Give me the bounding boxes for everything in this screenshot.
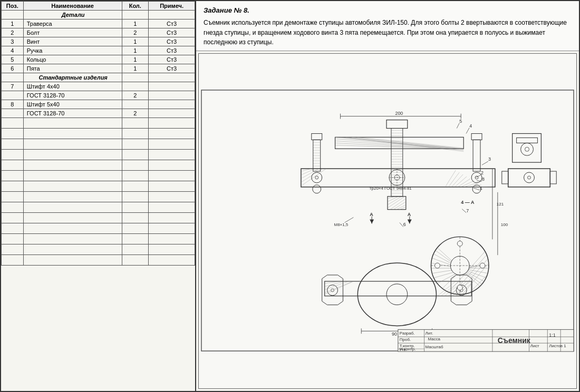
table-empty-prim bbox=[149, 234, 195, 244]
table-empty-kol bbox=[122, 139, 149, 150]
svg-point-165 bbox=[457, 285, 462, 290]
table-cell-prim bbox=[149, 91, 195, 100]
table-empty-kol bbox=[122, 181, 149, 192]
table-empty-pos bbox=[2, 118, 24, 129]
table-empty-name bbox=[23, 234, 122, 244]
svg-text:1:1: 1:1 bbox=[549, 332, 555, 338]
header-pos: Поз. bbox=[2, 2, 24, 11]
svg-text:Съемник: Съемник bbox=[498, 336, 530, 345]
header-kol: Кол. bbox=[122, 2, 149, 11]
technical-drawing: 200 121 100 bbox=[199, 54, 576, 388]
table-empty-kol bbox=[122, 255, 149, 266]
task-text-area: Задание № 8. Съемник используется при де… bbox=[196, 1, 579, 51]
table-empty-pos bbox=[2, 255, 24, 266]
table-empty-pos bbox=[2, 192, 24, 202]
svg-text:A: A bbox=[408, 212, 411, 217]
page: Поз. Наименование Кол. Примеч. Детали 1 … bbox=[0, 0, 580, 392]
table-cell-pos: 4 bbox=[2, 46, 24, 55]
table-cell-pos bbox=[2, 91, 24, 100]
table-cell-pos: 2 bbox=[2, 28, 24, 37]
svg-text:М8×1,5: М8×1,5 bbox=[334, 222, 349, 227]
table-cell-name: Ручка bbox=[23, 46, 122, 55]
table-cell-kol: 1 bbox=[122, 37, 149, 46]
table-empty-prim bbox=[149, 202, 195, 213]
table-empty-pos bbox=[2, 150, 24, 160]
table-empty-name bbox=[23, 118, 122, 129]
table-empty-name bbox=[23, 202, 122, 213]
table-empty-kol bbox=[122, 202, 149, 213]
table-cell-pos: 3 bbox=[2, 37, 24, 46]
svg-text:Масса: Масса bbox=[428, 337, 441, 341]
table-empty-prim bbox=[149, 171, 195, 181]
table-empty-name bbox=[23, 213, 122, 223]
table-cell-prim: Ст3 bbox=[149, 28, 195, 37]
right-panel: Задание № 8. Съемник используется при де… bbox=[196, 1, 579, 391]
table-cell-name: Штифт 5х40 bbox=[23, 100, 122, 109]
svg-text:8: 8 bbox=[482, 177, 485, 182]
header-prim: Примеч. bbox=[149, 2, 195, 11]
table-cell-kol bbox=[122, 11, 149, 19]
table-empty-kol bbox=[122, 213, 149, 223]
svg-text:7: 7 bbox=[466, 208, 469, 213]
table-cell-pos bbox=[2, 73, 24, 82]
table-cell-pos: 7 bbox=[2, 82, 24, 91]
svg-text:200: 200 bbox=[395, 111, 403, 116]
table-cell-prim: Ст3 bbox=[149, 55, 195, 64]
table-empty-name bbox=[23, 223, 122, 234]
table-cell-name: Пята bbox=[23, 64, 122, 73]
table-empty-name bbox=[23, 255, 122, 266]
svg-text:Лист: Лист bbox=[530, 344, 539, 348]
table-empty-name bbox=[23, 139, 122, 150]
svg-text:5: 5 bbox=[459, 119, 462, 124]
table-empty-prim bbox=[149, 150, 195, 160]
table-empty-name bbox=[23, 192, 122, 202]
table-cell-prim bbox=[149, 73, 195, 82]
table-cell-prim bbox=[149, 109, 195, 118]
table-empty-name bbox=[23, 160, 122, 171]
table-empty-pos bbox=[2, 171, 24, 181]
table-cell-name: Штифт 4х40 bbox=[23, 82, 122, 91]
table-cell-name: Кольцо bbox=[23, 55, 122, 64]
table-empty-pos bbox=[2, 202, 24, 213]
table-cell-name: Винт bbox=[23, 37, 122, 46]
svg-text:6: 6 bbox=[403, 222, 406, 227]
svg-point-164 bbox=[457, 241, 462, 246]
table-cell-prim: Ст3 bbox=[149, 46, 195, 55]
svg-text:90: 90 bbox=[392, 331, 397, 337]
svg-text:2: 2 bbox=[481, 170, 484, 175]
svg-text:3: 3 bbox=[488, 156, 491, 162]
table-cell-kol: 2 bbox=[122, 109, 149, 118]
table-empty-kol bbox=[122, 160, 149, 171]
svg-text:1: 1 bbox=[480, 185, 482, 191]
task-body: Съемник используется при демонтаже ступи… bbox=[204, 18, 572, 47]
svg-text:Проб.: Проб. bbox=[400, 337, 411, 342]
table-empty-prim bbox=[149, 223, 195, 234]
table-empty-pos bbox=[2, 244, 24, 255]
table-cell-pos: 1 bbox=[2, 19, 24, 28]
table-cell-prim bbox=[149, 82, 195, 91]
table-empty-pos bbox=[2, 160, 24, 171]
table-empty-kol bbox=[122, 171, 149, 181]
table-empty-name bbox=[23, 150, 122, 160]
svg-text:4: 4 bbox=[469, 123, 472, 128]
svg-text:A: A bbox=[370, 212, 373, 217]
drawing-title: Съемник bbox=[539, 381, 566, 388]
table-empty-kol bbox=[122, 150, 149, 160]
svg-text:Лит.: Лит. bbox=[426, 331, 433, 336]
svg-text:Листов 1: Листов 1 bbox=[549, 344, 566, 348]
svg-point-167 bbox=[480, 263, 485, 268]
header-name: Наименование bbox=[23, 2, 122, 11]
drawing-scale: 1:1 bbox=[567, 381, 576, 388]
table-empty-prim bbox=[149, 192, 195, 202]
table-empty-kol bbox=[122, 192, 149, 202]
table-empty-prim bbox=[149, 160, 195, 171]
svg-text:Масштаб: Масштаб bbox=[426, 345, 443, 349]
table-cell-pos bbox=[2, 11, 24, 19]
table-empty-prim bbox=[149, 213, 195, 223]
table-empty-name bbox=[23, 181, 122, 192]
table-cell-kol bbox=[122, 82, 149, 91]
svg-text:4 — А: 4 — А bbox=[461, 200, 475, 205]
task-title: Задание № 8. bbox=[204, 5, 572, 16]
table-empty-prim bbox=[149, 129, 195, 139]
table-empty-name bbox=[23, 171, 122, 181]
